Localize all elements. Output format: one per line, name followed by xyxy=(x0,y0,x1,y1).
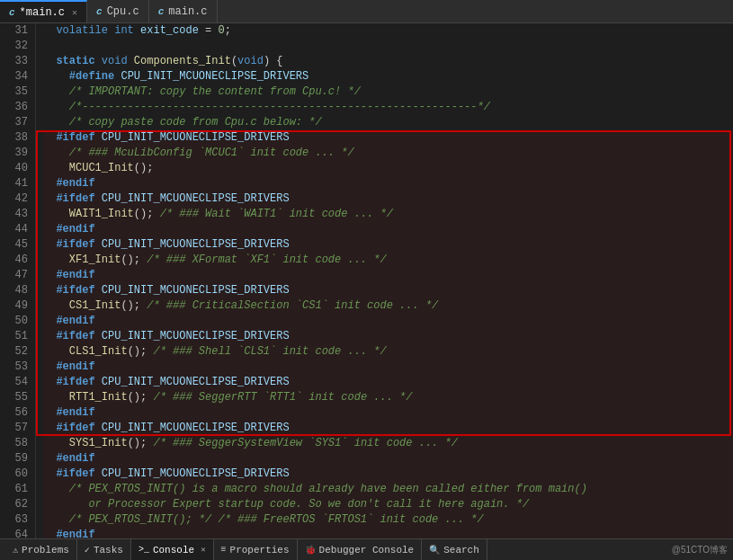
problems-label: Problems xyxy=(22,545,69,556)
line-number-36: 36 xyxy=(4,100,28,115)
line-number-54: 54 xyxy=(4,375,28,390)
line-number-48: 48 xyxy=(4,283,28,298)
line-number-33: 33 xyxy=(4,54,28,69)
code-line-56: #endif xyxy=(43,405,733,421)
code-line-50: #endif xyxy=(43,314,733,329)
line-number-56: 56 xyxy=(4,405,28,421)
line-number-42: 42 xyxy=(4,191,28,207)
code-line-47: #endif xyxy=(43,268,733,283)
line-number-31: 31 xyxy=(4,23,28,39)
line-number-46: 46 xyxy=(4,253,28,268)
code-line-49: CS1_Init(); /* ### CriticalSection `CS1`… xyxy=(43,298,733,314)
line-number-35: 35 xyxy=(4,84,28,100)
tasks-icon: ✓ xyxy=(85,545,90,556)
tab-close-main-c[interactable]: ✕ xyxy=(72,7,77,18)
c-file-icon-main2: c xyxy=(158,6,165,17)
console-label: Console xyxy=(153,545,194,556)
code-line-48: #ifdef CPU_INIT_MCUONECLIPSE_DRIVERS xyxy=(43,283,733,298)
code-line-52: CLS1_Init(); /* ### Shell `CLS1` init co… xyxy=(43,344,733,360)
console-close[interactable]: ✕ xyxy=(201,545,205,555)
code-line-60: #ifdef CPU_INIT_MCUONECLIPSE_DRIVERS xyxy=(43,467,733,482)
code-line-64: #endif xyxy=(43,528,733,538)
search-icon: 🔍 xyxy=(429,545,440,556)
line-number-64: 64 xyxy=(4,528,28,538)
tab-bar: c *main.c ✕ c Cpu.c c main.c xyxy=(0,0,733,23)
problems-icon: ⚠ xyxy=(13,545,18,556)
code-line-43: WAIT1_Init(); /* ### Wait `WAIT1` init c… xyxy=(43,207,733,222)
bottom-tab-problems[interactable]: ⚠ Problems xyxy=(5,539,77,560)
code-line-40: MCUC1_Init(); xyxy=(43,161,733,176)
code-line-57: #ifdef CPU_INIT_MCUONECLIPSE_DRIVERS xyxy=(43,421,733,436)
line-number-51: 51 xyxy=(4,329,28,344)
code-line-63: /* PEX_RTOS_INIT(); */ /* ### FreeRTOS `… xyxy=(43,512,733,528)
line-number-47: 47 xyxy=(4,268,28,283)
code-line-35: /* IMPORTANT: copy the content from Cpu.… xyxy=(43,84,733,100)
line-number-50: 50 xyxy=(4,314,28,329)
properties-label: Properties xyxy=(230,545,290,556)
bottom-tab-tasks[interactable]: ✓ Tasks xyxy=(77,539,131,560)
tab-label-main-c: *main.c xyxy=(20,6,65,19)
bottom-bar: ⚠ Problems ✓ Tasks >_ Console ✕ ≡ Proper… xyxy=(0,538,733,560)
code-line-54: #ifdef CPU_INIT_MCUONECLIPSE_DRIVERS xyxy=(43,375,733,390)
line-number-39: 39 xyxy=(4,146,28,161)
code-line-34: #define CPU_INIT_MCUONECLIPSE_DRIVERS xyxy=(43,69,733,84)
tab-label-main-c-2: main.c xyxy=(168,5,207,18)
line-number-44: 44 xyxy=(4,222,28,237)
code-line-39: /* ### McuLibConfig `MCUC1` init code ..… xyxy=(43,146,733,161)
code-line-45: #ifdef CPU_INIT_MCUONECLIPSE_DRIVERS xyxy=(43,237,733,253)
code-line-61: /* PEX_RTOS_INIT() is a macro should alr… xyxy=(43,482,733,497)
code-content[interactable]: volatile int exit_code = 0; static void … xyxy=(36,23,733,538)
line-number-40: 40 xyxy=(4,161,28,176)
line-number-53: 53 xyxy=(4,360,28,375)
line-number-62: 62 xyxy=(4,497,28,512)
search-label: Search xyxy=(443,545,479,556)
code-line-58: SYS1_Init(); /* ### SeggerSystemView `SY… xyxy=(43,436,733,451)
line-number-45: 45 xyxy=(4,237,28,253)
line-number-32: 32 xyxy=(4,39,28,54)
line-number-37: 37 xyxy=(4,115,28,130)
tab-main-c-2[interactable]: c main.c xyxy=(149,0,218,22)
code-line-42: #ifdef CPU_INIT_MCUONECLIPSE_DRIVERS xyxy=(43,191,733,207)
line-number-49: 49 xyxy=(4,298,28,314)
code-line-59: #endif xyxy=(43,451,733,467)
code-line-31: volatile int exit_code = 0; xyxy=(43,23,733,39)
tasks-label: Tasks xyxy=(94,545,123,556)
bottom-tab-debugger-console[interactable]: 🐞 Debugger Console xyxy=(298,539,423,560)
bottom-tab-properties[interactable]: ≡ Properties xyxy=(214,539,298,560)
line-number-52: 52 xyxy=(4,344,28,360)
line-number-61: 61 xyxy=(4,482,28,497)
line-number-55: 55 xyxy=(4,390,28,405)
line-number-57: 57 xyxy=(4,421,28,436)
line-number-63: 63 xyxy=(4,512,28,528)
tab-cpu-c[interactable]: c Cpu.c xyxy=(87,0,149,22)
debugger-console-label: Debugger Console xyxy=(319,545,415,556)
line-number-41: 41 xyxy=(4,176,28,191)
line-numbers: 3132333435363738394041424344454647484950… xyxy=(0,23,36,538)
code-line-55: RTT1_Init(); /* ### SeggerRTT `RTT1` ini… xyxy=(43,390,733,405)
code-line-36: /*--------------------------------------… xyxy=(43,100,733,115)
bottom-tab-console[interactable]: >_ Console ✕ xyxy=(131,539,214,560)
code-line-41: #endif xyxy=(43,176,733,191)
line-number-60: 60 xyxy=(4,467,28,482)
tab-main-c-active[interactable]: c *main.c ✕ xyxy=(0,0,87,22)
watermark: @51CTO博客 xyxy=(672,544,728,556)
code-line-32 xyxy=(43,39,733,54)
editor-area: 3132333435363738394041424344454647484950… xyxy=(0,23,733,538)
bottom-tab-search[interactable]: 🔍 Search xyxy=(422,539,487,560)
tab-label-cpu-c: Cpu.c xyxy=(107,5,139,18)
code-line-62: or Processor Expert startup code. So we … xyxy=(43,497,733,512)
c-file-icon: c xyxy=(9,7,15,18)
code-line-38: #ifdef CPU_INIT_MCUONECLIPSE_DRIVERS xyxy=(43,130,733,146)
debugger-console-icon: 🐞 xyxy=(305,545,316,556)
code-line-33: static void Components_Init(void) { xyxy=(43,54,733,69)
code-line-53: #endif xyxy=(43,360,733,375)
line-number-34: 34 xyxy=(4,69,28,84)
code-line-44: #endif xyxy=(43,222,733,237)
line-number-38: 38 xyxy=(4,130,28,146)
c-file-icon-cpu: c xyxy=(96,6,103,17)
code-line-46: XF1_Init(); /* ### XFormat `XF1` init co… xyxy=(43,253,733,268)
code-line-51: #ifdef CPU_INIT_MCUONECLIPSE_DRIVERS xyxy=(43,329,733,344)
line-number-59: 59 xyxy=(4,451,28,467)
code-line-37: /* copy paste code from Cpu.c below: */ xyxy=(43,115,733,130)
properties-icon: ≡ xyxy=(221,545,227,555)
